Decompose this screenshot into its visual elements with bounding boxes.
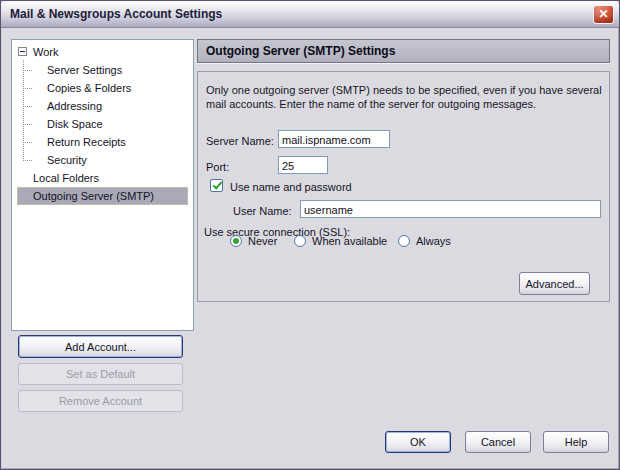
collapse-expander-icon[interactable] bbox=[18, 47, 27, 56]
ssl-always-label[interactable]: Always bbox=[416, 235, 451, 247]
advanced-button[interactable]: Advanced... bbox=[519, 272, 590, 295]
tree-item-label: Outgoing Server (SMTP) bbox=[33, 190, 154, 202]
ssl-when-available-radio[interactable] bbox=[294, 235, 306, 247]
help-button[interactable]: Help bbox=[543, 431, 609, 453]
use-name-password-checkbox[interactable] bbox=[210, 179, 223, 192]
tree-item-local-folders[interactable]: Local Folders bbox=[12, 169, 193, 187]
remove-account-button: Remove Account bbox=[18, 390, 183, 412]
tree-item-return-receipts[interactable]: Return Receipts bbox=[12, 133, 193, 151]
port-label: Port: bbox=[206, 160, 229, 174]
titlebar[interactable]: Mail & Newsgroups Account Settings ✕ bbox=[1, 1, 619, 28]
tree-item-label: Addressing bbox=[47, 100, 102, 112]
tree-item-copies-folders[interactable]: Copies & Folders bbox=[12, 79, 193, 97]
tree-item-label: Copies & Folders bbox=[47, 82, 131, 94]
tree-item-server-settings[interactable]: Server Settings bbox=[12, 61, 193, 79]
ok-button[interactable]: OK bbox=[385, 431, 451, 453]
server-name-input[interactable] bbox=[278, 130, 390, 148]
tree-item-label: Security bbox=[47, 154, 87, 166]
set-as-default-button: Set as Default bbox=[18, 363, 183, 385]
cancel-button[interactable]: Cancel bbox=[465, 431, 531, 453]
tree-item-label: Work bbox=[33, 46, 58, 58]
account-tree[interactable]: Work Server Settings Copies & Folders Ad… bbox=[11, 39, 194, 331]
close-icon[interactable]: ✕ bbox=[593, 5, 614, 24]
user-name-label: User Name: bbox=[233, 204, 292, 218]
use-name-password-label[interactable]: Use name and password bbox=[230, 180, 352, 194]
user-name-input[interactable] bbox=[300, 200, 601, 218]
tree-item-addressing[interactable]: Addressing bbox=[12, 97, 193, 115]
tree-item-security[interactable]: Security bbox=[12, 151, 193, 169]
ssl-when-available-label[interactable]: When available bbox=[312, 235, 387, 247]
tree-item-label: Server Settings bbox=[47, 64, 122, 76]
panel-title: Outgoing Server (SMTP) Settings bbox=[197, 39, 610, 63]
tree-item-outgoing-server[interactable]: Outgoing Server (SMTP) bbox=[17, 187, 188, 205]
window-title: Mail & Newsgroups Account Settings bbox=[10, 1, 222, 27]
tree-item-work[interactable]: Work bbox=[12, 43, 193, 61]
smtp-description-text: Only one outgoing server (SMTP) needs to… bbox=[206, 83, 605, 111]
port-input[interactable] bbox=[278, 156, 328, 174]
ssl-never-radio[interactable] bbox=[230, 235, 242, 247]
server-name-label: Server Name: bbox=[206, 134, 274, 148]
tree-item-label: Disk Space bbox=[47, 118, 103, 130]
add-account-button[interactable]: Add Account... bbox=[18, 335, 183, 358]
tree-item-label: Local Folders bbox=[33, 172, 99, 184]
tree-item-disk-space[interactable]: Disk Space bbox=[12, 115, 193, 133]
account-settings-dialog: Mail & Newsgroups Account Settings ✕ Wor… bbox=[0, 0, 620, 470]
tree-item-label: Return Receipts bbox=[47, 136, 126, 148]
ssl-always-radio[interactable] bbox=[398, 235, 410, 247]
ssl-never-label[interactable]: Never bbox=[248, 235, 277, 247]
